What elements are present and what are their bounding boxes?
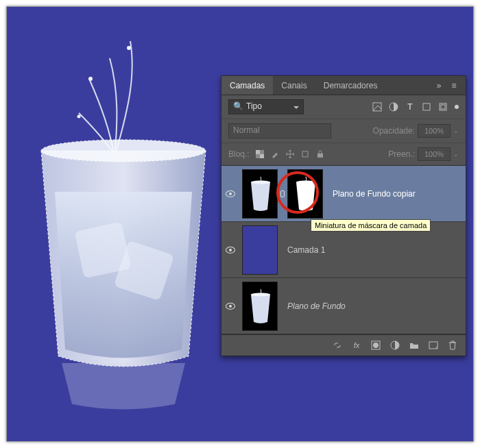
svg-rect-16 [317,153,323,158]
layer-name[interactable]: Plano de Fundo copiar [333,189,416,199]
layer-thumbnail[interactable] [242,225,278,275]
svg-point-21 [373,343,379,348]
svg-point-2 [77,115,81,119]
layer-row[interactable]: Plano de Fundo copiar Miniatura de másca… [221,166,466,222]
fx-icon[interactable]: fx [352,340,361,350]
lock-brush-icon[interactable] [270,149,280,159]
layer-row[interactable]: Plano de Fundo [221,278,466,334]
svg-rect-11 [441,105,445,109]
tab-layers[interactable]: Camadas [221,76,273,95]
panel-tabbar: Camadas Canais Demarcadores » ≡ [221,76,466,95]
opacity-label: Opacidade: [373,126,415,136]
chevron-down-icon[interactable]: ⌄ [453,127,459,134]
search-icon: 🔍 [233,101,243,111]
filter-row: 🔍Tipo T [221,95,466,119]
lock-transparent-icon[interactable] [255,149,265,159]
filter-label: Tipo [246,101,262,111]
document-window: Camadas Canais Demarcadores » ≡ 🔍Tipo T [6,6,474,442]
tab-channels[interactable]: Canais [273,76,315,95]
link-mask-icon[interactable] [280,190,285,197]
filter-adjust-icon[interactable] [389,102,398,112]
lock-move-icon[interactable] [285,149,295,159]
svg-rect-15 [302,151,308,157]
lock-all-icon[interactable] [315,149,325,159]
svg-rect-13 [256,150,260,154]
blend-mode-select[interactable]: Normal [228,123,331,138]
svg-rect-9 [423,103,430,110]
layer-thumbnail[interactable] [242,169,278,219]
tab-paths[interactable]: Demarcadores [315,76,386,95]
svg-rect-14 [260,154,264,158]
group-icon[interactable] [409,340,419,350]
visibility-eye-icon[interactable] [226,247,235,253]
mask-tooltip: Miniatura de máscara de camada [311,219,431,232]
filter-pixel-icon[interactable] [372,102,382,112]
collapse-icon[interactable]: » [434,81,444,90]
filter-smart-icon[interactable] [438,102,448,112]
fill-field[interactable]: 100% [418,147,451,161]
lock-artboard-icon[interactable] [300,149,310,159]
svg-point-0 [88,77,93,81]
lock-label: Bloq.: [228,149,250,159]
panel-menu-icon[interactable]: ≡ [449,81,459,90]
visibility-eye-icon[interactable] [226,303,235,310]
canvas-image [14,21,233,418]
filter-toggle-dot[interactable] [455,105,459,109]
chevron-down-icon[interactable]: ⌄ [453,151,459,158]
opacity-field[interactable]: 100% [418,124,451,138]
filter-type-select[interactable]: 🔍Tipo [228,99,304,114]
layer-mask-thumbnail[interactable] [287,169,323,219]
link-layers-icon[interactable] [333,340,342,350]
visibility-eye-icon[interactable] [226,190,235,197]
fill-label: Preen.: [388,149,415,159]
new-layer-icon[interactable] [429,340,438,350]
adjustment-layer-icon[interactable] [390,340,400,350]
layers-list: Plano de Fundo copiar Miniatura de másca… [221,166,466,334]
layer-name[interactable]: Plano de Fundo [287,301,346,311]
filter-shape-icon[interactable] [422,102,431,112]
svg-point-1 [127,46,131,50]
lock-row: Bloq.: Preen.: 100% ⌄ [221,143,466,166]
layer-name[interactable]: Camada 1 [287,245,325,255]
layer-thumbnail[interactable] [242,282,278,331]
add-mask-icon[interactable] [371,340,381,350]
trash-icon[interactable] [448,340,457,350]
panel-footer: fx [221,334,466,356]
blend-row: Normal Opacidade: 100% ⌄ [221,119,466,143]
layers-panel: Camadas Canais Demarcadores » ≡ 🔍Tipo T [221,75,466,356]
filter-type-icon[interactable]: T [405,102,415,112]
